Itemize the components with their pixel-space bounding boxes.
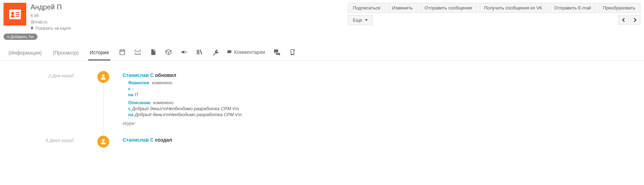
svg-rect-5 (15, 16, 19, 17)
tabs-bar: (Информация) (Просмотр) История Коммента… (0, 43, 644, 61)
timeline-badge (97, 71, 109, 83)
change-to-prefix: на (128, 112, 133, 117)
change-from-value: - (132, 86, 133, 91)
megaphone-icon (180, 49, 187, 56)
primary-actions-row: Подписаться Изменить Отправить сообщение… (348, 3, 640, 13)
contact-phone: 8 88 (30, 13, 171, 19)
timeline-time: 2 Дня назад (0, 71, 91, 78)
change-to-value: Добрый день\r\nНеобходимо разработка CPM… (135, 112, 242, 117)
change-block-lastname: Фамилия изменено с - на П (123, 80, 644, 97)
chevron-left-icon (622, 18, 625, 22)
svg-rect-2 (11, 15, 14, 17)
plus-icon: + (7, 35, 9, 39)
timeline-title: Станислав С обновил (123, 72, 644, 78)
svg-rect-3 (15, 12, 19, 13)
tab-info[interactable]: (Информация) (7, 48, 43, 60)
change-field: Описание (128, 100, 151, 105)
caret-down-icon (365, 19, 368, 21)
tab-notes[interactable] (150, 49, 157, 59)
tab-service[interactable] (211, 49, 218, 59)
timeline-entry: 6 Дней назад Станислав С создал (0, 136, 644, 148)
map-pin-icon (30, 26, 35, 30)
contact-name: Андрей П (30, 3, 171, 11)
send-message-button[interactable]: Отправить сообщение (419, 3, 477, 13)
change-field: Фамилия (128, 80, 149, 85)
tab-library[interactable] (196, 49, 203, 59)
change-to-prefix: на (128, 92, 133, 97)
timeline-badge (97, 136, 109, 148)
box-icon (165, 49, 172, 56)
tab-mobile[interactable] (289, 49, 296, 59)
get-vk-messages-button[interactable]: Получить сообщения из VK (479, 3, 547, 13)
calendar-icon (119, 49, 126, 56)
books-icon (196, 49, 203, 56)
tab-campaign[interactable] (180, 49, 187, 59)
change-to-value: П (135, 92, 138, 97)
svg-rect-4 (15, 14, 19, 15)
wrench-icon (211, 49, 218, 56)
contact-email: @mail.ru (30, 19, 171, 25)
add-tag-button[interactable]: + Добавить Тег (4, 34, 37, 40)
change-block-description: Описание изменено с Добрый день\r\nНеобх… (123, 100, 644, 117)
edit-button[interactable]: Изменить (387, 3, 418, 13)
change-tag: изменено (152, 80, 172, 85)
chat-bubble-icon (273, 49, 281, 56)
change-from-value: Добрый день\r\nНеобходимо разработка CPM… (132, 106, 239, 111)
contact-avatar (4, 3, 26, 26)
tab-preview[interactable]: (Просмотр) (51, 48, 80, 60)
timeline-actor[interactable]: Станислав С (123, 72, 154, 78)
more-button[interactable]: Еще (348, 15, 373, 25)
change-from-prefix: с (128, 106, 131, 111)
prev-button[interactable] (618, 15, 629, 25)
tab-chat[interactable] (273, 49, 281, 59)
mobile-icon (289, 49, 296, 56)
skype-line: skype: (123, 121, 644, 126)
timeline-action: создал (155, 137, 172, 143)
person-icon (100, 74, 106, 80)
chevron-right-icon (634, 18, 637, 22)
tab-calendar[interactable] (119, 49, 126, 59)
tab-mail[interactable] (134, 49, 141, 59)
change-tag: изменено (153, 100, 173, 105)
add-tag-label: Добавить Тег (10, 35, 34, 39)
tab-comments[interactable]: Комментарии (227, 49, 265, 58)
more-button-label: Еще (353, 17, 362, 23)
timeline-title: Станислав С создал (123, 137, 644, 143)
next-button[interactable] (630, 15, 640, 25)
timeline-entry: 2 Дня назад Станислав С обновил Фамилия … (0, 71, 644, 126)
id-card-icon (9, 9, 21, 19)
envelope-icon (134, 49, 141, 56)
show-on-map-label: Показать на карте (35, 26, 71, 31)
comment-icon (227, 49, 232, 55)
tab-comments-label: Комментарии (234, 49, 265, 55)
person-icon (100, 138, 106, 145)
contact-info-block: Андрей П 8 88 @mail.ru Показать на карте (30, 3, 171, 31)
timeline-actor[interactable]: Станислав С (123, 137, 154, 143)
change-from-prefix: с (128, 86, 131, 91)
tab-package[interactable] (165, 49, 172, 59)
timeline-time: 6 Дней назад (0, 136, 91, 143)
show-on-map[interactable]: Показать на карте (30, 25, 171, 31)
history-timeline: 2 Дня назад Станислав С обновил Фамилия … (0, 61, 644, 168)
timeline-action: обновил (155, 72, 176, 78)
send-email-button[interactable]: Отправить E-mail (549, 3, 596, 13)
svg-point-1 (11, 12, 14, 15)
tab-history[interactable]: История (88, 48, 110, 61)
convert-button[interactable]: Преобразовать (598, 3, 640, 13)
subscribe-button[interactable]: Подписаться (348, 3, 386, 13)
document-icon (150, 49, 157, 56)
